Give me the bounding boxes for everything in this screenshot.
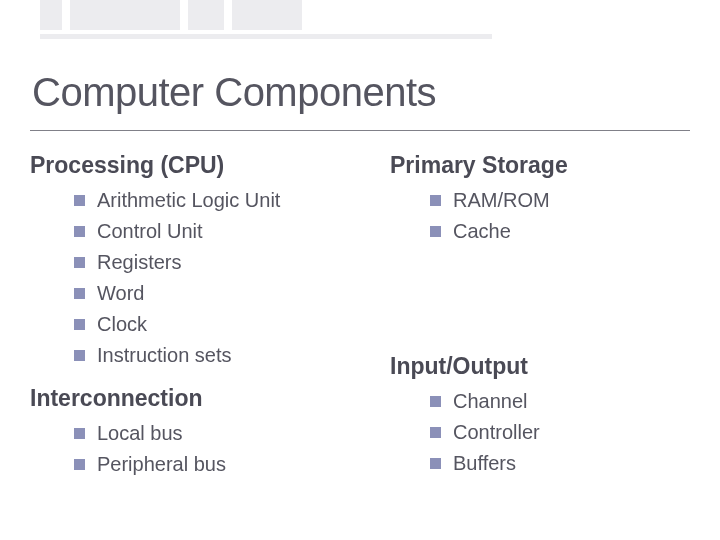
list-item: Channel — [380, 386, 690, 417]
item-text: Registers — [97, 249, 181, 276]
list-item: Word — [30, 278, 380, 309]
decorative-header-bars — [0, 0, 720, 44]
item-text: Channel — [453, 388, 528, 415]
item-text: Instruction sets — [97, 342, 232, 369]
section-header-interconnection: Interconnection — [30, 385, 380, 412]
section-header-processing: Processing (CPU) — [30, 152, 380, 179]
square-bullet-icon — [74, 288, 85, 299]
square-bullet-icon — [74, 319, 85, 330]
square-bullet-icon — [74, 226, 85, 237]
content-area: Processing (CPU) Arithmetic Logic Unit C… — [30, 152, 690, 486]
square-bullet-icon — [430, 195, 441, 206]
item-text: Peripheral bus — [97, 451, 226, 478]
list-item: Registers — [30, 247, 380, 278]
item-text: Clock — [97, 311, 147, 338]
list-item: Instruction sets — [30, 340, 380, 371]
item-text: Local bus — [97, 420, 183, 447]
list-item: RAM/ROM — [380, 185, 690, 216]
slide-title: Computer Components — [32, 70, 436, 115]
square-bullet-icon — [74, 257, 85, 268]
item-text: RAM/ROM — [453, 187, 550, 214]
processing-items: Arithmetic Logic Unit Control Unit Regis… — [30, 185, 380, 371]
title-underline — [30, 130, 690, 131]
square-bullet-icon — [430, 458, 441, 469]
section-primary-storage: Primary Storage RAM/ROM Cache — [380, 152, 690, 247]
primary-storage-items: RAM/ROM Cache — [380, 185, 690, 247]
list-item: Arithmetic Logic Unit — [30, 185, 380, 216]
item-text: Cache — [453, 218, 511, 245]
list-item: Controller — [380, 417, 690, 448]
right-column: Primary Storage RAM/ROM Cache Input/Outp… — [380, 152, 690, 486]
list-item: Peripheral bus — [30, 449, 380, 480]
list-item: Control Unit — [30, 216, 380, 247]
section-interconnection: Interconnection Local bus Peripheral bus — [30, 385, 380, 480]
item-text: Buffers — [453, 450, 516, 477]
list-item: Clock — [30, 309, 380, 340]
item-text: Arithmetic Logic Unit — [97, 187, 280, 214]
left-column: Processing (CPU) Arithmetic Logic Unit C… — [30, 152, 380, 486]
item-text: Controller — [453, 419, 540, 446]
square-bullet-icon — [430, 396, 441, 407]
item-text: Word — [97, 280, 144, 307]
interconnection-items: Local bus Peripheral bus — [30, 418, 380, 480]
item-text: Control Unit — [97, 218, 203, 245]
list-item: Buffers — [380, 448, 690, 479]
list-item: Cache — [380, 216, 690, 247]
section-header-primary-storage: Primary Storage — [380, 152, 690, 179]
square-bullet-icon — [74, 350, 85, 361]
section-processing: Processing (CPU) Arithmetic Logic Unit C… — [30, 152, 380, 371]
list-item: Local bus — [30, 418, 380, 449]
square-bullet-icon — [430, 427, 441, 438]
square-bullet-icon — [74, 195, 85, 206]
section-input-output: Input/Output Channel Controller Buffers — [380, 353, 690, 479]
square-bullet-icon — [74, 428, 85, 439]
io-items: Channel Controller Buffers — [380, 386, 690, 479]
section-header-input-output: Input/Output — [380, 353, 690, 380]
square-bullet-icon — [430, 226, 441, 237]
square-bullet-icon — [74, 459, 85, 470]
